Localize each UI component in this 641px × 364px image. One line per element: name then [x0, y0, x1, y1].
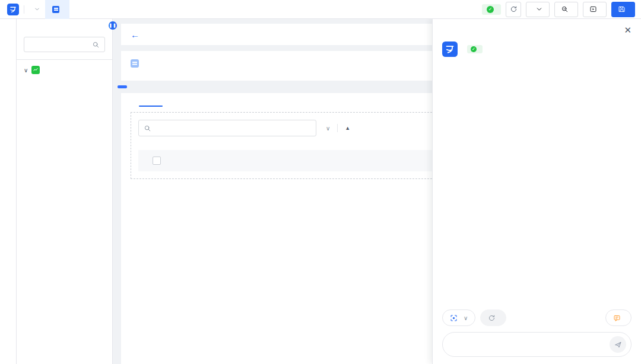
chevron-down-icon: ∨ — [464, 315, 468, 321]
doc-icon — [131, 59, 139, 68]
search-icon — [92, 41, 100, 49]
new-round-button[interactable] — [605, 309, 632, 326]
table-search-input[interactable] — [155, 124, 311, 132]
chat-input-box[interactable] — [442, 332, 632, 357]
connected-status-badge: ✓ — [467, 45, 483, 53]
divider — [24, 5, 24, 14]
order-line-card[interactable]: ∨ ▲ — [121, 93, 432, 364]
line-table-container: ∨ ▲ — [131, 112, 432, 179]
refresh-button[interactable] — [506, 2, 521, 17]
new-chat-icon — [613, 314, 621, 322]
refresh-icon — [488, 314, 496, 322]
behavior-section-header[interactable]: ∨ — [17, 59, 112, 74]
chat-message-list — [433, 63, 641, 305]
search-check-icon — [561, 5, 569, 13]
back-arrow-icon[interactable]: ← — [131, 30, 139, 40]
canvas-page-header: ← — [121, 24, 432, 45]
component-search-input[interactable] — [29, 40, 91, 49]
search-icon — [144, 124, 151, 132]
ai-assistant-panel: ✕ ✓ ∨ — [432, 19, 641, 364]
chevron-down-icon — [535, 5, 543, 13]
line-table-toolbar: ∨ ▲ — [138, 120, 432, 136]
divider — [337, 124, 338, 132]
chat-footer: ∨ — [433, 305, 641, 364]
more-button[interactable] — [526, 2, 550, 17]
design-canvas[interactable]: ← ∨ — [113, 19, 432, 364]
table-search[interactable] — [138, 120, 316, 136]
reset-button[interactable] — [480, 309, 506, 326]
navbar-actions: ✓ — [482, 2, 635, 17]
chevron-down-icon[interactable] — [34, 6, 40, 12]
table-header-row — [138, 150, 432, 171]
save-icon — [618, 5, 626, 13]
panel-collapse-handle[interactable]: ❚❚ — [109, 21, 117, 30]
default-filter-dropdown[interactable]: ∨ — [323, 125, 330, 132]
preview-icon — [589, 5, 597, 13]
save-and-check-button[interactable] — [554, 2, 578, 17]
app-logo-icon[interactable] — [7, 4, 19, 15]
send-icon[interactable] — [610, 336, 626, 353]
select-all-checkbox[interactable] — [153, 157, 161, 165]
scan-icon — [450, 314, 458, 322]
top-navbar: ✓ — [0, 0, 641, 19]
breadcrumb[interactable] — [29, 6, 40, 12]
close-icon[interactable]: ✕ — [624, 25, 632, 34]
smart-recognize-button[interactable]: ∨ — [442, 309, 475, 326]
components-panel: ∨ — [17, 19, 113, 364]
assistant-identity-row: ✓ — [433, 38, 641, 63]
component-search[interactable] — [24, 37, 105, 52]
order-header-form-card[interactable] — [121, 51, 432, 81]
saved-status-badge: ✓ — [482, 4, 501, 15]
horizontal-scrollbar[interactable] — [118, 85, 127, 88]
check-circle-icon: ✓ — [487, 6, 494, 13]
form-card-title-row — [131, 59, 432, 68]
main-area: ∨ ← — [0, 19, 641, 364]
chevron-down-icon: ∨ — [24, 67, 28, 74]
chat-quick-actions: ∨ — [442, 309, 632, 326]
check-circle-icon: ✓ — [471, 46, 477, 52]
doc-icon — [52, 6, 59, 13]
assistant-logo-icon — [442, 41, 458, 57]
page-tab-lowcode[interactable] — [45, 0, 69, 19]
left-vertical-tabs — [0, 19, 17, 364]
save-button[interactable] — [611, 2, 635, 17]
chat-input[interactable] — [452, 340, 610, 349]
collapse-toolbar-icon[interactable]: ▲ — [345, 125, 350, 131]
chevron-down-icon: ∨ — [326, 125, 330, 132]
ai-panel-header: ✕ — [433, 19, 641, 38]
preview-button[interactable] — [583, 2, 607, 17]
behavior-icon — [31, 66, 40, 74]
